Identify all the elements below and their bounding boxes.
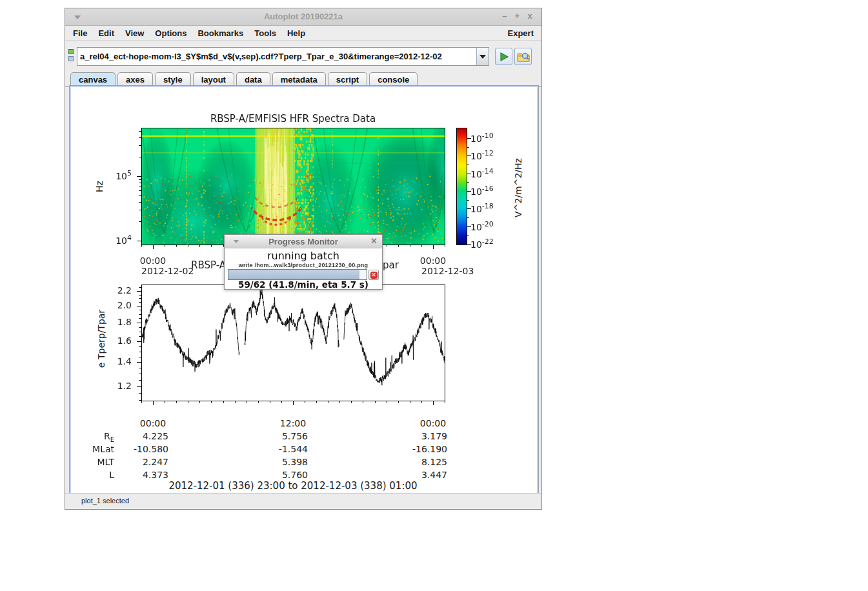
uri-status-icons (68, 49, 75, 63)
menu-view[interactable]: View (125, 28, 144, 38)
close-button[interactable]: x (525, 11, 535, 21)
progress-cancel-button[interactable]: ✕ (368, 270, 379, 280)
go-button[interactable] (495, 48, 512, 65)
progress-detail-label: write /hom...walk3/product_20121230_00.p… (225, 262, 382, 268)
progress-bar (228, 269, 367, 280)
status-text: plot_1 selected (81, 497, 129, 505)
expert-mode-label[interactable]: Expert (508, 28, 534, 38)
cancel-x-icon: ✕ (370, 272, 378, 279)
menu-options[interactable]: Options (155, 28, 187, 38)
menubar: FileEditViewOptionsBookmarksToolsHelp Ex… (65, 26, 541, 41)
menu-bookmarks[interactable]: Bookmarks (197, 28, 243, 38)
progress-dialog-titlebar[interactable]: Progress Monitor ✕ (225, 235, 382, 248)
autoplot-window: Autoplot 20190221a – + x FileEditViewOpt… (65, 8, 542, 510)
progress-task-label: running batch (225, 250, 382, 262)
menu-tools[interactable]: Tools (254, 28, 276, 38)
chevron-down-icon (479, 55, 486, 59)
progress-close-icon[interactable]: ✕ (370, 236, 378, 246)
folder-magnifier-icon (517, 51, 530, 63)
menu-help[interactable]: Help (287, 28, 305, 38)
green-status-icon (68, 49, 74, 54)
browse-button[interactable] (514, 48, 532, 65)
play-icon (498, 51, 510, 63)
progress-monitor-dialog: Progress Monitor ✕ running batch write /… (224, 234, 383, 290)
window-title: Autoplot 20190221a (65, 12, 541, 21)
progress-counter-label: 59/62 (41.8/min, eta 5.7 s) (225, 279, 382, 290)
progress-dialog-title: Progress Monitor (225, 237, 382, 246)
maximize-button[interactable]: + (512, 11, 522, 21)
uri-combobox (77, 47, 489, 66)
minimize-button[interactable]: – (500, 11, 510, 21)
blue-status-icon (68, 56, 74, 61)
uri-input[interactable] (77, 48, 476, 65)
uri-panel (65, 41, 541, 72)
window-titlebar[interactable]: Autoplot 20190221a – + x (65, 8, 541, 26)
status-bar: plot_1 selected (65, 493, 541, 509)
menu-file[interactable]: File (73, 28, 87, 38)
uri-dropdown-button[interactable] (476, 48, 489, 65)
menu-edit[interactable]: Edit (98, 28, 114, 38)
progress-bar-fill (228, 270, 359, 279)
